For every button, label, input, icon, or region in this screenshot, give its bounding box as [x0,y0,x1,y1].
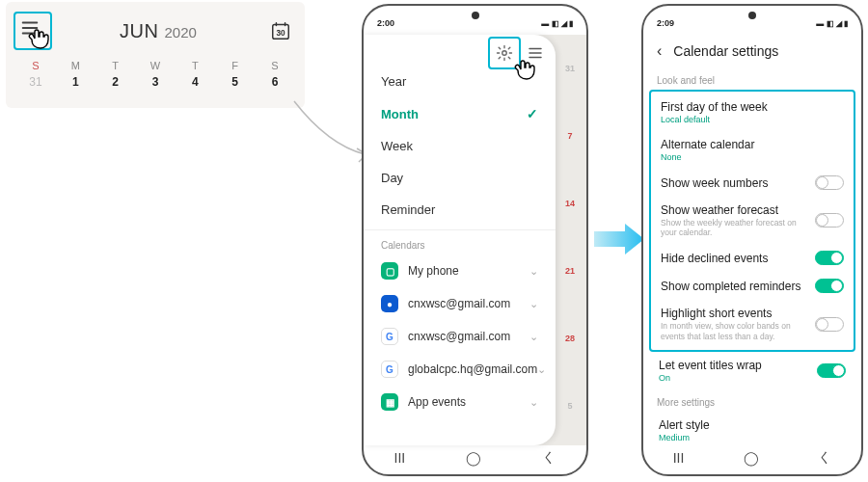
setting-sub: On [659,373,809,383]
toggle[interactable] [817,363,846,378]
calendar-label: App events [408,395,466,409]
nav-home[interactable]: ◯ [466,450,481,466]
nav-back[interactable]: く [818,449,831,467]
calendar-label: cnxwsc@gmail.com [408,297,510,310]
calendar-account-row[interactable]: ●cnxwsc@gmail.com ⌄ [364,287,556,320]
weekday-cell: T [101,60,130,71]
toggle[interactable] [815,213,844,228]
calendar-account-row[interactable]: Gglobalcpc.hq@gmail.com ⌄ [364,353,556,386]
view-option-month[interactable]: Month✓ [364,97,556,130]
date-cell[interactable]: 3 [141,75,170,89]
back-button[interactable]: ‹ [657,42,662,60]
weekday-cell: M [61,60,90,71]
section-calendars: Calendars [364,229,556,254]
phone-menu-screen: 2:00 ▬ ◧ ◢ ▮ 31 7 14 21 28 5 Year Month✓ [362,4,588,476]
setting-label: Show weather forecast [661,203,807,217]
setting-label: Let event titles wrap [659,359,809,372]
toggle[interactable] [815,317,844,332]
chevron-down-icon: ⌄ [537,363,546,376]
setting-label: First day of the week [661,100,844,114]
setting-hide-declined[interactable]: Hide declined events [651,244,854,272]
settings-title: Calendar settings [673,43,778,59]
chevron-down-icon: ⌄ [529,396,538,409]
setting-label: Alert style [659,418,846,432]
menu-button[interactable] [19,17,46,44]
toggle[interactable] [815,251,844,265]
nav-recents[interactable]: III [394,450,406,466]
view-option-week[interactable]: Week [364,130,556,162]
calendar-account-row[interactable]: Gcnxwsc@gmail.com ⌄ [364,320,556,353]
calendar-account-row[interactable]: ▦App events ⌄ [364,386,556,418]
toggle[interactable] [815,175,844,190]
google-badge-icon: G [381,361,398,378]
setting-alert-style[interactable]: Alert styleMedium [649,412,855,445]
setting-wrap-titles[interactable]: Let event titles wrapOn [649,352,855,389]
nav-bar: III ◯ く [364,447,586,469]
phone-settings-screen: 2:09 ▬ ◧ ◢ ▮ ‹ Calendar settings Look an… [641,4,863,476]
setting-label: Show completed reminders [661,280,807,293]
highlight-box [14,12,52,50]
setting-label: Highlight short events [661,307,807,320]
nav-bar: III ◯ く [643,447,861,469]
weekday-cell: S [260,60,289,71]
view-option-day[interactable]: Day [364,162,556,194]
bg-date: 5 [559,401,581,411]
bg-date: 7 [559,131,581,141]
highlighted-settings-group: First day of the weekLocal default Alter… [649,90,855,352]
setting-highlight-short[interactable]: Highlight short eventsIn month view, sho… [651,300,854,347]
section-look-and-feel: Look and feel [643,67,861,90]
date-cell[interactable]: 4 [180,75,209,89]
nav-home[interactable]: ◯ [744,450,759,466]
setting-alternate-calendar[interactable]: Alternate calendarNone [651,131,854,169]
date-cell[interactable]: 2 [101,75,130,89]
dates-row: 31 1 2 3 4 5 6 [19,75,291,89]
hamburger-icon[interactable] [527,44,544,62]
calendar-label: My phone [408,264,459,278]
view-label: Year [381,74,406,89]
navigation-drawer: Year Month✓ Week Day Reminder Calendars … [364,35,556,445]
chevron-down-icon: ⌄ [529,265,538,278]
date-cell[interactable]: 31 [21,75,50,89]
date-cell[interactable]: 1 [61,75,90,89]
weekday-cell: S [21,60,50,71]
svg-text:30: 30 [276,29,285,38]
setting-sub: Local default [661,115,844,124]
setting-sub: None [661,152,844,162]
samsung-badge-icon: ● [381,295,398,312]
month-label: JUN [120,20,158,42]
setting-weather[interactable]: Show weather forecastShow the weekly wea… [651,197,854,244]
chevron-down-icon: ⌄ [529,331,538,343]
toggle[interactable] [815,279,844,293]
view-option-reminder[interactable]: Reminder [364,194,556,226]
setting-label: Show week numbers [661,176,807,190]
setting-desc: Show the weekly weather forecast on your… [661,218,807,237]
view-option-year[interactable]: Year [364,66,556,97]
status-indicators: ▬ ◧ ◢ ▮ [816,19,848,28]
year-label: 2020 [165,24,197,40]
status-indicators: ▬ ◧ ◢ ▮ [541,19,573,28]
status-time: 2:00 [377,18,394,28]
weekday-cell: W [141,60,170,71]
view-label: Day [381,171,403,185]
bg-date: 28 [559,334,581,343]
nav-back[interactable]: く [542,449,556,467]
camera-notch-icon [748,12,756,19]
setting-first-day[interactable]: First day of the weekLocal default [651,94,854,131]
setting-week-numbers[interactable]: Show week numbers [651,169,854,197]
today-icon[interactable]: 30 [270,20,291,41]
setting-label: Alternate calendar [661,138,844,151]
chevron-down-icon: ⌄ [529,298,538,310]
setting-desc: In month view, show color bands on event… [661,321,807,340]
calendar-account-row[interactable]: ▢My phone ⌄ [364,254,556,287]
bg-date: 21 [559,266,581,276]
setting-completed-reminders[interactable]: Show completed reminders [651,272,854,300]
bg-date: 31 [559,64,581,73]
date-cell[interactable]: 6 [260,75,289,89]
date-cell[interactable]: 5 [221,75,250,89]
section-more-settings: More settings [643,389,861,412]
settings-button[interactable] [496,44,513,62]
phone-badge-icon: ▢ [381,262,398,280]
calendar-label: cnxwsc@gmail.com [408,330,510,343]
nav-recents[interactable]: III [673,450,685,466]
apps-badge-icon: ▦ [381,393,398,411]
